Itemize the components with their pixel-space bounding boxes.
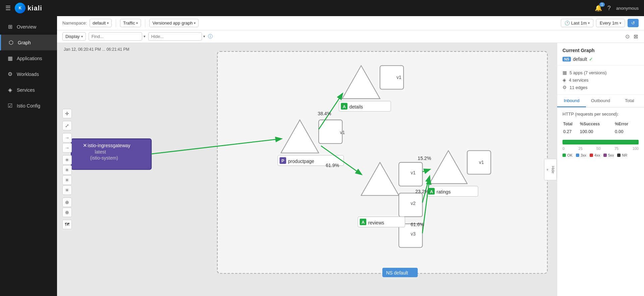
tab-inbound[interactable]: Inbound	[557, 95, 586, 107]
graph-type-select[interactable]: Versioned app graph ▾	[149, 19, 199, 27]
sidebar-item-graph[interactable]: ⬡ Graph	[0, 35, 57, 50]
cluster-btn1[interactable]: ⊕	[62, 198, 72, 207]
sidebar-item-services[interactable]: ◈ Services	[0, 82, 57, 98]
traffic-select[interactable]: Traffic ▾	[120, 19, 141, 27]
layout-btn2[interactable]: ✳	[62, 165, 72, 175]
toolbar-divider-2	[145, 19, 145, 27]
hide-chevron: ▾	[203, 34, 205, 39]
svg-text:v1: v1	[340, 130, 345, 135]
info-icon[interactable]: ⓘ	[208, 34, 213, 40]
hide-input[interactable]	[148, 32, 202, 41]
graph-controls: ✛ ⤢ → → ✳ ✳ ✳ ✳	[62, 109, 72, 230]
graph-svg: ✕ istio-ingressgateway latest (istio-sys…	[57, 43, 557, 296]
svg-text:✕: ✕	[83, 142, 87, 148]
hide-panel-btn[interactable]: Hide »	[544, 159, 557, 180]
fullscreen-btn[interactable]: ⊠	[633, 33, 639, 40]
svg-text:details: details	[350, 104, 363, 110]
arrow-right-btn[interactable]: →	[62, 133, 72, 142]
layout-btn3[interactable]: ✳	[62, 175, 72, 185]
apps-stat-value: 5 apps (7 versions)	[570, 70, 607, 75]
legend-4xx-dot	[590, 154, 593, 157]
legend-5xx-label: 5xx	[608, 153, 614, 157]
apps-stat: ▦ 5 apps (7 versions)	[562, 69, 639, 76]
edges-stat-value: 11 edges	[570, 85, 588, 90]
legend-5xx: 5xx	[603, 153, 614, 157]
axis-75: 75	[614, 146, 619, 151]
http-section: HTTP (requests per second): Total %Succe…	[557, 108, 644, 161]
sidebar-item-label-applications: Applications	[17, 56, 42, 61]
logo: K kiali	[15, 3, 42, 13]
layout-btn1[interactable]: ✳	[62, 155, 72, 165]
time-range-btn[interactable]: 🕐 Last 1m ▾	[561, 19, 593, 27]
svg-text:istio-ingressgateway: istio-ingressgateway	[88, 143, 130, 148]
http-bar-container	[562, 140, 639, 144]
sidebar: ⊞ Overview ⬡ Graph ▦ Applications ⚙ Work…	[0, 16, 57, 296]
time-range-label: Last 1m	[571, 20, 587, 26]
tab-outbound[interactable]: Outbound	[586, 95, 615, 107]
sidebar-item-overview[interactable]: ⊞ Overview	[0, 19, 57, 35]
legend-3xx-dot	[576, 154, 579, 157]
toolbar-right: 🕐 Last 1m ▾ Every 1m ▾ ↺	[561, 19, 639, 27]
tab-total[interactable]: Total	[615, 95, 644, 107]
sidebar-item-label-workloads: Workloads	[17, 72, 39, 77]
find-input[interactable]	[89, 32, 142, 41]
refresh-interval-btn[interactable]: Every 1m ▾	[596, 19, 625, 27]
panel-header: Current Graph NS default ✓	[557, 43, 644, 66]
cluster-btn2[interactable]: ⊕	[62, 208, 72, 217]
traffic-chevron: ▾	[136, 21, 138, 25]
svg-text:61.6%: 61.6%	[411, 222, 424, 227]
display-select[interactable]: Display ▾	[62, 32, 86, 41]
graph-stats: ▦ 5 apps (7 versions) ◈ 4 services ⚙ 11 …	[557, 66, 644, 95]
map-btn[interactable]: 🗺	[62, 220, 72, 229]
display-chevron: ▾	[81, 35, 83, 38]
time-chevron: ▾	[588, 21, 590, 25]
hide-panel-label: Hide	[551, 166, 555, 173]
svg-text:v1: v1	[411, 170, 416, 175]
notification-bell[interactable]: 🔔 1	[595, 4, 602, 12]
legend-ok-label: OK	[567, 153, 573, 157]
move-icon[interactable]: ✛	[62, 109, 72, 118]
svg-text:A: A	[362, 220, 365, 225]
menu-icon[interactable]: ☰	[5, 4, 11, 12]
legend-5xx-dot	[603, 154, 607, 157]
services-icon: ◈	[7, 87, 13, 93]
http-bar-green	[562, 140, 639, 144]
refresh-now-btn[interactable]: ↺	[628, 19, 639, 27]
val-success: 100.00	[580, 128, 614, 135]
table-row: 0.27 100.00 0.00	[563, 128, 638, 135]
sidebar-item-istio-config[interactable]: ☑ Istio Config	[0, 98, 57, 114]
services-stat-value: 4 services	[569, 78, 589, 83]
axis-50: 50	[596, 146, 600, 151]
zoom-reset-btn[interactable]: ⊙	[625, 33, 630, 40]
legend-nr: NR	[617, 153, 627, 157]
sidebar-item-label-istio-config: Istio Config	[17, 103, 40, 109]
layout-btn4[interactable]: ✳	[62, 185, 72, 195]
sidebar-item-applications[interactable]: ▦ Applications	[0, 50, 57, 66]
legend-ok-dot	[562, 154, 566, 157]
legend-nr-label: NR	[622, 153, 627, 157]
user-menu[interactable]: anonymous	[616, 6, 639, 11]
namespace-select[interactable]: default ▾	[90, 19, 112, 27]
fit-screen-btn[interactable]: ⤢	[62, 121, 72, 130]
help-icon[interactable]: ?	[607, 5, 611, 12]
graph-type-label: Versioned app graph	[152, 20, 193, 26]
applications-icon: ▦	[7, 55, 13, 61]
graph-type-chevron: ▾	[194, 21, 196, 25]
svg-text:ratings: ratings	[437, 189, 451, 195]
svg-text:23.2%: 23.2%	[415, 189, 429, 194]
sidebar-item-label-services: Services	[17, 87, 35, 93]
svg-text:productpage: productpage	[288, 159, 314, 164]
display-label: Display	[65, 34, 80, 39]
axis-25: 25	[579, 146, 583, 151]
legend-ok: OK	[562, 153, 573, 157]
clock-icon: 🕐	[565, 20, 570, 26]
main-content: Namespace: default ▾ Traffic ▾ Versioned…	[57, 16, 644, 296]
main-toolbar: Namespace: default ▾ Traffic ▾ Versioned…	[57, 16, 644, 30]
ns-check-icon: ✓	[589, 56, 593, 62]
graph-canvas[interactable]: Jan 12, 06:20:41 PM ... 06:21:41 PM ✛ ⤢ …	[57, 43, 557, 296]
sidebar-item-workloads[interactable]: ⚙ Workloads	[0, 66, 57, 82]
edges-stat: ⚙ 11 edges	[562, 84, 639, 91]
panel-tabs: Inbound Outbound Total	[557, 95, 644, 108]
arrow-right2-btn[interactable]: →	[62, 143, 72, 153]
graph-timestamp: Jan 12, 06:20:41 PM ... 06:21:41 PM	[64, 47, 129, 52]
